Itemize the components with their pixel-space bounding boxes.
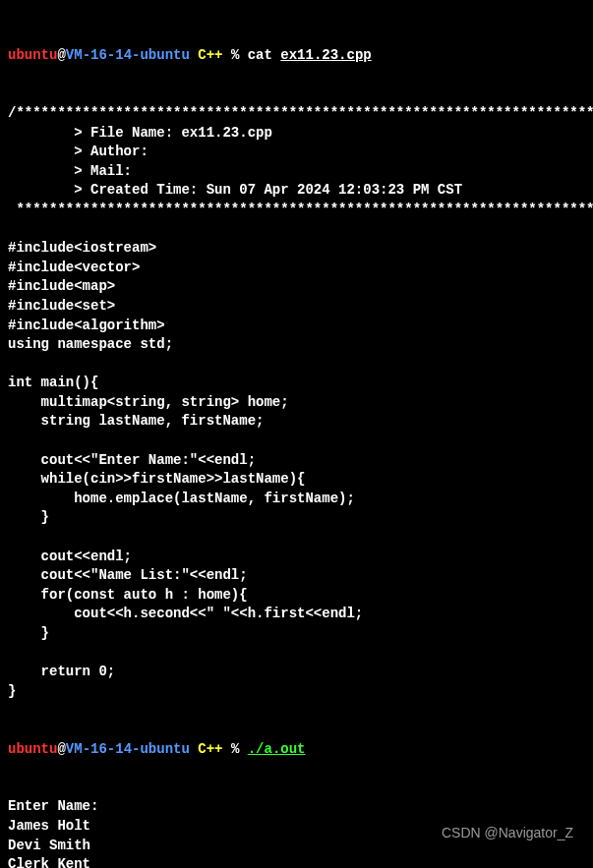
prompt-user: ubuntu: [8, 740, 57, 760]
prompt-percent: %: [231, 740, 248, 760]
code-line: home.emplace(lastName, firstName);: [8, 490, 585, 509]
prompt-host: VM-16-14-ubuntu: [66, 740, 190, 760]
code-line: [8, 644, 585, 664]
code-line: cout<<"Enter Name:"<<endl;: [8, 451, 585, 471]
code-line: #include<vector>: [8, 259, 585, 278]
prompt-percent: %: [231, 46, 248, 66]
command-cat[interactable]: cat: [248, 46, 281, 66]
output-line: Clerk Kent: [8, 855, 585, 868]
code-line: }: [8, 624, 585, 644]
output-line: Enter Name:: [8, 797, 585, 817]
code-line: while(cin>>firstName>>lastName){: [8, 470, 585, 490]
code-line: string lastName, firstName;: [8, 412, 585, 432]
code-line: #include<iostream>: [8, 239, 585, 259]
code-line: > Author:: [8, 143, 585, 162]
prompt-dir: C++: [190, 740, 231, 760]
prompt-dir: C++: [190, 46, 231, 66]
code-line: cout<<h.second<<" "<<h.first<<endl;: [8, 605, 585, 624]
code-line: > File Name: ex11.23.cpp: [8, 124, 585, 144]
command-run[interactable]: ./a.out: [248, 740, 306, 760]
prompt-at: @: [57, 46, 65, 66]
watermark-text: CSDN @Navigator_Z: [442, 824, 573, 843]
prompt-line-2: ubuntu@VM-16-14-ubuntu C++ % ./a.out: [8, 740, 585, 760]
code-line: for(const auto h : home){: [8, 586, 585, 606]
code-line: > Mail:: [8, 162, 585, 182]
source-code-block: /***************************************…: [8, 104, 585, 701]
code-line: int main(){: [8, 374, 585, 393]
code-line: return 0;: [8, 663, 585, 682]
prompt-user: ubuntu: [8, 46, 57, 66]
terminal-window: ubuntu@VM-16-14-ubuntu C++ % cat ex11.23…: [8, 8, 585, 868]
code-line: ****************************************…: [8, 201, 585, 220]
code-line: }: [8, 508, 585, 528]
code-line: cout<<"Name List:"<<endl;: [8, 566, 585, 586]
code-line: [8, 432, 585, 451]
code-line: /***************************************…: [8, 104, 585, 124]
code-line: [8, 528, 585, 548]
code-line: #include<map>: [8, 277, 585, 297]
prompt-at: @: [57, 740, 65, 760]
code-line: [8, 355, 585, 375]
code-line: [8, 220, 585, 240]
code-line: multimap<string, string> home;: [8, 393, 585, 413]
code-line: #include<algorithm>: [8, 317, 585, 336]
code-line: using namespace std;: [8, 335, 585, 355]
code-line: cout<<endl;: [8, 548, 585, 567]
prompt-host: VM-16-14-ubuntu: [66, 46, 190, 66]
code-line: }: [8, 682, 585, 702]
code-line: #include<set>: [8, 297, 585, 317]
code-line: > Created Time: Sun 07 Apr 2024 12:03:23…: [8, 181, 585, 201]
prompt-line-1: ubuntu@VM-16-14-ubuntu C++ % cat ex11.23…: [8, 46, 585, 66]
filename-arg: ex11.23.cpp: [280, 46, 371, 66]
